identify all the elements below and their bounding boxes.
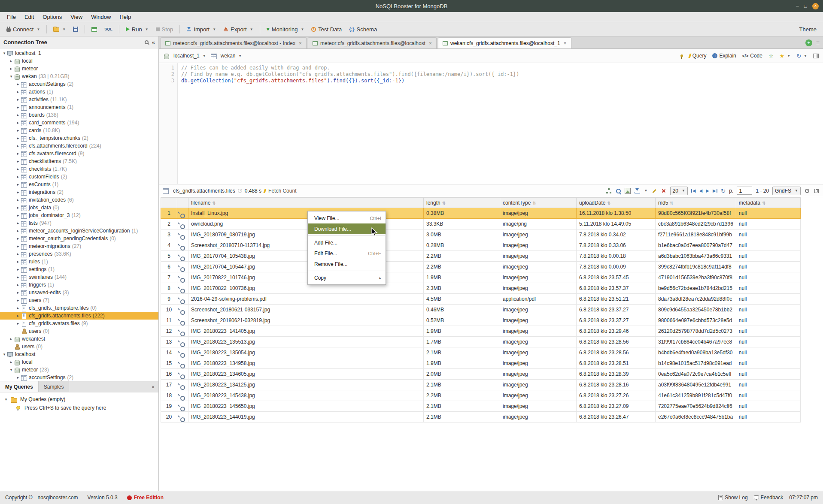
table-row[interactable]: 5IMG_20170704_105438.jpg2.2MBimage/jpeg7… [161,251,801,262]
tab-list-icon[interactable]: ≡ [816,40,820,46]
tree-item-localhost_1[interactable]: ▾localhost_1 [0,49,158,57]
tree-item-unsaved-edits[interactable]: ▸unsaved-edits(3) [0,289,158,296]
menu-file[interactable]: File [3,12,20,21]
favorite-add-icon[interactable]: ☆ [768,53,774,59]
page-size-select[interactable]: 20 ▼ [670,187,688,195]
expand-arrow-icon[interactable]: ▸ [15,375,21,380]
table-row[interactable]: 12IMG_20180223_141405.jpg1.9MBimage/jpeg… [161,326,801,337]
tree-item-local[interactable]: ▸local [0,57,158,65]
search-documents-icon[interactable] [615,188,621,194]
expand-arrow-icon[interactable]: ▸ [15,205,21,210]
table-row[interactable]: 8IMG_20170822_100736.jpg2.3MBimage/jpeg6… [161,283,801,294]
expand-arrow-icon[interactable]: ▸ [15,167,21,171]
collapse-arrow-icon[interactable]: ▾ [2,352,7,356]
chevron-down-icon[interactable]: ▼ [644,189,648,193]
search-icon[interactable] [145,40,149,44]
expand-arrow-icon[interactable]: ▸ [9,66,14,71]
table-row[interactable]: 6IMG_20170704_105447.jpg2.2MBimage/jpeg7… [161,262,801,272]
expand-arrow-icon[interactable]: ▸ [15,159,21,163]
expand-panel-icon[interactable] [814,188,820,194]
expand-arrow-icon[interactable]: ▸ [15,121,21,125]
row-icon-cell[interactable] [177,283,188,294]
tree-item-cfs_gridfs.avatars.files[interactable]: ▸cfs_gridfs.avatars.files(9) [0,320,158,327]
breadcrumb-database[interactable]: wekan ▼ [210,53,242,59]
row-icon-cell[interactable] [177,337,188,347]
page-number-input[interactable] [737,187,752,195]
menu-help[interactable]: Help [115,12,135,21]
first-page-button[interactable]: ◀ [691,188,696,193]
expand-arrow-icon[interactable]: ▸ [15,97,21,102]
view-mode-select[interactable]: GridFS ▼ [772,187,801,195]
context-menu-item-view-file[interactable]: View File...Ctrl+I [308,213,386,223]
expand-arrow-icon[interactable]: ▸ [15,82,21,86]
row-icon-cell[interactable] [177,272,188,283]
editor-tab[interactable]: meteor:cfs_gridfs.attachments.files@loca… [161,37,307,48]
tree-item-jobs_dominator_3[interactable]: ▸jobs_dominator_3(12) [0,211,158,219]
tree-item-meteor_oauth_pendingCredentials[interactable]: ▸meteor_oauth_pendingCredentials(0) [0,235,158,242]
row-icon-cell[interactable] [177,358,188,369]
row-icon-cell[interactable] [177,251,188,262]
context-menu-item-add-file[interactable]: Add File... [308,237,386,248]
pin-icon[interactable] [680,54,683,57]
tree-item-cfs_gridfs._tempstore.files[interactable]: ▸cfs_gridfs._tempstore.files(0) [0,304,158,312]
row-icon-cell[interactable] [177,401,188,412]
expand-arrow-icon[interactable]: ▸ [15,321,21,326]
aggregate-icon[interactable] [606,188,612,194]
context-menu-item-copy[interactable]: Copy▸ [308,272,386,283]
table-view-button[interactable] [88,25,100,33]
tree-item-boards[interactable]: ▸boards(138) [0,111,158,119]
tree-item-cards[interactable]: ▸cards(10.8K) [0,127,158,134]
expand-arrow-icon[interactable]: ▸ [15,144,21,148]
edition-badge[interactable]: Free Edition [127,495,164,501]
run-button[interactable]: Run ▼ [123,24,152,34]
tree-item-meteor_accounts_loginServiceConfiguration[interactable]: ▸meteor_accounts_loginServiceConfigurati… [0,227,158,235]
tree-item-settings[interactable]: ▸settings(1) [0,266,158,273]
stop-button[interactable]: Stop [153,24,176,34]
tree-item-users[interactable]: ▸users(7) [0,296,158,304]
expand-arrow-icon[interactable]: ▸ [15,182,21,187]
tree-item-wekan[interactable]: ▾wekan(33 | 0.21GB) [0,72,158,80]
menu-edit[interactable]: Edit [20,12,38,21]
menu-window[interactable]: Window [87,12,115,21]
row-icon-cell[interactable] [177,390,188,401]
row-icon-cell[interactable] [177,262,188,272]
column-header-contentType[interactable]: contentType⇅ [500,198,577,208]
expand-arrow-icon[interactable]: ▸ [15,267,21,272]
table-row[interactable]: 15IMG_20180223_134958.jpg1.9MBimage/jpeg… [161,358,801,369]
expand-arrow-icon[interactable]: ▸ [9,59,14,63]
tree-item-meteor-migrations[interactable]: ▸meteor-migrations(27) [0,242,158,250]
next-page-button[interactable]: ▶ [706,188,709,193]
expand-arrow-icon[interactable]: ▸ [15,190,21,194]
row-icon-cell[interactable] [177,240,188,251]
table-row[interactable]: 7IMG_20170822_101746.jpg1.9MBimage/jpeg6… [161,272,801,283]
expand-arrow-icon[interactable]: ▸ [15,314,21,318]
expand-arrow-icon[interactable]: ▸ [15,90,21,94]
column-header-md5[interactable]: md5⇅ [656,198,736,208]
tree-item-users[interactable]: users(0) [0,327,158,335]
tree-item-local[interactable]: ▸local [0,358,158,366]
expand-arrow-icon[interactable]: ▸ [15,275,21,279]
delete-icon[interactable] [661,188,667,194]
monitoring-button[interactable]: ♥ Monitoring ▼ [264,24,307,34]
table-row[interactable]: 92016-04-29-solving-problems.pdf4.5MBapp… [161,294,801,305]
tree-item-customFields[interactable]: ▸customFields(2) [0,173,158,181]
tree-item-rules[interactable]: ▸rules(1) [0,258,158,266]
tab-close-icon[interactable]: × [564,40,567,46]
sql-button[interactable]: SQL [101,25,115,33]
tab-my-queries[interactable]: My Queries [0,381,39,392]
collapse-arrow-icon[interactable]: ▾ [9,74,14,78]
tree-item-meteor[interactable]: ▾meteor(23) [0,366,158,374]
close-button[interactable]: × [812,3,819,9]
sort-icon[interactable]: ⇅ [442,201,446,205]
row-icon-cell[interactable] [177,380,188,390]
tab-close-icon[interactable]: × [299,40,302,46]
tree-item-activities[interactable]: ▸activities(11.1K) [0,96,158,103]
query-editor[interactable]: 123 // Files can be added easily with dr… [159,63,823,184]
editor-code[interactable]: // Files can be added easily with drag a… [178,63,519,184]
expand-arrow-icon[interactable]: ▸ [15,221,21,225]
query-button[interactable]: Query [689,53,707,59]
collapse-arrow-icon[interactable]: ▾ [3,397,9,401]
row-icon-cell[interactable] [177,369,188,380]
tree-item-checklists[interactable]: ▸checklists(1.7K) [0,165,158,173]
maximize-button[interactable]: □ [804,3,807,9]
